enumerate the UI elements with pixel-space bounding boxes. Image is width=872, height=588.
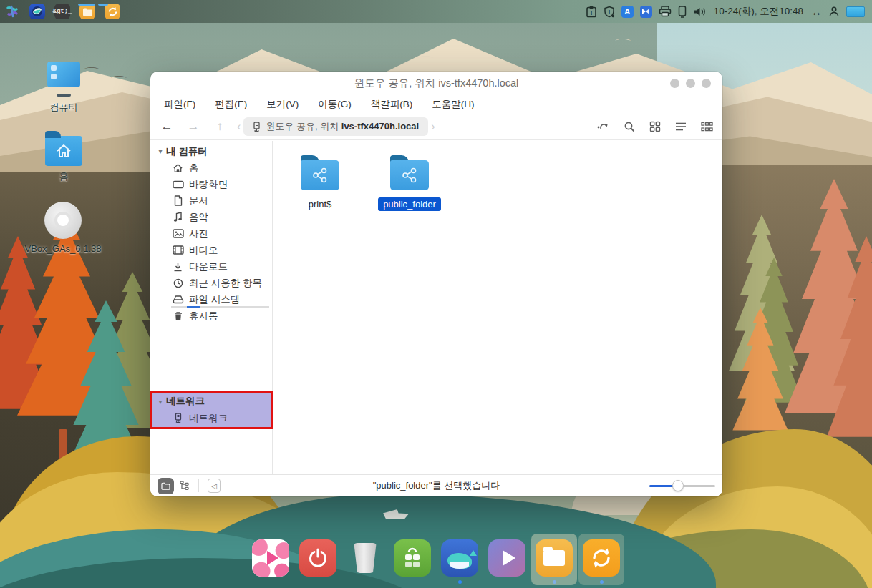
dock-app-store[interactable] bbox=[394, 539, 431, 584]
places-sidebar-toggle-button[interactable] bbox=[158, 478, 174, 494]
dock-trash[interactable] bbox=[347, 539, 384, 584]
ime-letter: A bbox=[624, 7, 630, 16]
bird-silhouette: ⌒ bbox=[614, 37, 632, 52]
sidebar-section-network[interactable]: ▾ 네트워크 bbox=[150, 393, 273, 410]
menu-bookmarks[interactable]: 책갈피(B) bbox=[371, 98, 413, 111]
sidebar-item-network[interactable]: 네트워크 bbox=[150, 410, 273, 426]
dock-sync-app[interactable] bbox=[583, 539, 620, 584]
panel-clock[interactable]: 10-24(화), 오전10:48 bbox=[712, 5, 805, 18]
folder-icon bbox=[536, 539, 573, 577]
folder-body bbox=[390, 160, 429, 190]
whale-browser-icon[interactable] bbox=[29, 4, 45, 19]
list-view-button[interactable] bbox=[675, 122, 687, 132]
caret-down-icon[interactable]: ▾ bbox=[155, 398, 166, 406]
display-indicator-icon[interactable] bbox=[846, 6, 865, 17]
sidebar-item-videos[interactable]: 비디오 bbox=[150, 242, 272, 258]
document-icon bbox=[172, 195, 184, 206]
volume-icon[interactable] bbox=[693, 6, 706, 17]
zoom-slider[interactable] bbox=[649, 480, 715, 491]
sidebar-item-label: 음악 bbox=[189, 211, 208, 224]
forward-button[interactable]: → bbox=[186, 119, 200, 134]
menubar: 파일(F) 편집(E) 보기(V) 이동(G) 책갈피(B) 도움말(H) bbox=[150, 95, 722, 114]
breadcrumb[interactable]: 윈도우 공유, 위치 ivs-tfx4470h.local bbox=[243, 117, 428, 136]
menu-go[interactable]: 이동(G) bbox=[318, 98, 352, 111]
sidebar-item-label: 파일 시스템 bbox=[189, 293, 240, 306]
whale-browser-icon bbox=[441, 539, 478, 577]
breadcrumb-scroll-right[interactable]: › bbox=[431, 120, 435, 133]
ime-indicator-icon[interactable]: A bbox=[621, 6, 634, 18]
file-item-print[interactable]: print$ bbox=[283, 155, 357, 211]
caret-down-icon[interactable]: ▾ bbox=[155, 147, 166, 155]
menu-file[interactable]: 파일(F) bbox=[164, 98, 195, 111]
statusbar: ◁ "public_folder"를 선택했습니다 bbox=[150, 474, 722, 496]
user-icon[interactable] bbox=[828, 6, 840, 17]
dock-whale-browser[interactable] bbox=[441, 539, 478, 584]
sidebar-item-documents[interactable]: 문서 bbox=[150, 192, 272, 209]
file-manager-icon[interactable] bbox=[79, 4, 95, 19]
sidebar-section-computer[interactable]: ▾ 내 컴퓨터 bbox=[150, 143, 272, 160]
collapse-sidebar-button[interactable]: ◁ bbox=[208, 479, 221, 493]
menu-help[interactable]: 도움말(H) bbox=[432, 98, 474, 111]
bird-silhouette: ⌒ bbox=[110, 74, 128, 89]
menu-view[interactable]: 보기(V) bbox=[266, 98, 299, 111]
up-button[interactable]: ↑ bbox=[213, 119, 227, 134]
dock-file-manager[interactable] bbox=[536, 539, 573, 584]
sidebar-item-downloads[interactable]: 다운로드 bbox=[150, 258, 272, 275]
search-button[interactable] bbox=[624, 121, 635, 132]
dock-power-button[interactable] bbox=[299, 539, 336, 584]
menu-edit[interactable]: 편집(E) bbox=[215, 98, 247, 111]
file-manager-window: 윈도우 공유, 위치 ivs-tfx4470h.local 파일(F) 편집(E… bbox=[150, 72, 722, 496]
window-titlebar[interactable]: 윈도우 공유, 위치 ivs-tfx4470h.local bbox=[150, 72, 722, 95]
cd-disc-icon bbox=[44, 202, 82, 239]
slider-knob[interactable] bbox=[672, 480, 684, 491]
sidebar-item-trash[interactable]: 휴지통 bbox=[150, 308, 272, 324]
sidebar-item-home[interactable]: 홈 bbox=[150, 160, 272, 176]
mobile-device-icon[interactable] bbox=[678, 6, 687, 18]
sync-app-icon[interactable] bbox=[105, 4, 120, 19]
window-maximize-button[interactable] bbox=[686, 79, 695, 88]
distro-logo-icon[interactable] bbox=[4, 4, 20, 19]
desktop-icon-vbox-cd[interactable]: VBox_GAs_6.1.38 bbox=[24, 202, 102, 254]
breadcrumb-scroll-left[interactable]: ‹ bbox=[237, 120, 241, 133]
hard-drive-icon bbox=[172, 295, 184, 304]
sidebar-item-desktop[interactable]: 바탕화면 bbox=[150, 176, 272, 192]
top-panel: &gt;_ ! i A 10-24(화), 오전10:48 ↔ bbox=[0, 0, 872, 23]
dock-media-app[interactable] bbox=[252, 539, 289, 584]
running-dot bbox=[269, 580, 273, 584]
window-close-button[interactable] bbox=[702, 79, 711, 88]
view-buttons bbox=[597, 121, 713, 132]
printer-icon[interactable] bbox=[659, 6, 672, 17]
security-shield-icon[interactable]: i bbox=[604, 6, 615, 18]
svg-text:i: i bbox=[609, 8, 610, 15]
status-message: "public_folder"를 선택했습니다 bbox=[150, 479, 722, 492]
compact-view-button[interactable] bbox=[701, 122, 713, 132]
sidebar-header-label: 내 컴퓨터 bbox=[166, 145, 208, 158]
file-list-area[interactable]: print$ public_folder bbox=[273, 141, 722, 474]
workspace-swap-icon[interactable]: ↔ bbox=[811, 6, 822, 18]
icon-view-button[interactable] bbox=[649, 121, 661, 132]
desktop-icon bbox=[172, 180, 184, 189]
sidebar-item-filesystem[interactable]: 파일 시스템 bbox=[150, 291, 272, 308]
back-button[interactable]: ← bbox=[160, 119, 174, 134]
terminal-icon[interactable]: &gt;_ bbox=[54, 4, 70, 19]
desktop-icon-computer[interactable]: 컴퓨터 bbox=[24, 62, 103, 114]
trash-can-icon bbox=[347, 539, 384, 577]
picture-icon bbox=[172, 229, 184, 238]
sidebar-item-pictures[interactable]: 사진 bbox=[150, 225, 272, 242]
system-tray: ! i A 10-24(화), 오전10:48 ↔ bbox=[586, 5, 865, 18]
file-item-public-folder-selected[interactable]: public_folder bbox=[372, 155, 447, 211]
reload-button[interactable] bbox=[597, 122, 609, 132]
shared-folder-icon bbox=[299, 155, 341, 191]
running-dot bbox=[316, 580, 320, 584]
tree-view-toggle-button[interactable] bbox=[180, 481, 190, 491]
window-minimize-button[interactable] bbox=[670, 79, 679, 88]
sidebar-item-label: 다운로드 bbox=[189, 260, 228, 273]
dock-media-player[interactable] bbox=[488, 539, 525, 584]
sidebar-item-label: 최근 사용한 항목 bbox=[189, 277, 262, 290]
sidebar-item-music[interactable]: 음악 bbox=[150, 209, 272, 225]
messenger-tray-icon[interactable] bbox=[640, 6, 652, 18]
desktop-icon-home[interactable]: 홈 bbox=[24, 130, 103, 183]
media-app-icon bbox=[252, 539, 289, 577]
clipboard-alert-icon[interactable]: ! bbox=[586, 6, 597, 18]
sidebar-item-recent[interactable]: 최근 사용한 항목 bbox=[150, 275, 272, 291]
